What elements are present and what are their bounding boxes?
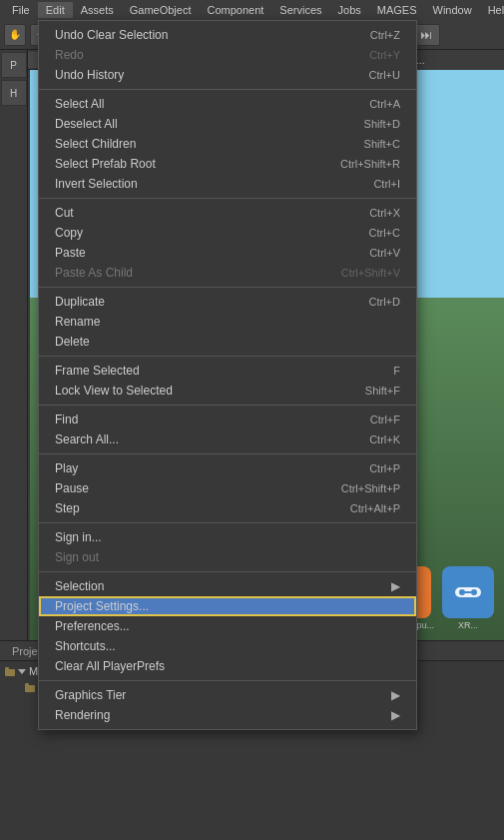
menu-mages[interactable]: MAGES	[369, 2, 425, 18]
menu-item-label: Selection	[55, 579, 383, 593]
menu-separator	[39, 522, 416, 523]
menu-item-undo-history[interactable]: Undo HistoryCtrl+U	[39, 65, 416, 85]
menu-item-label: Select Children	[55, 137, 344, 151]
menu-item-label: Clear All PlayerPrefs	[55, 659, 400, 673]
menu-item-label: Graphics Tier	[55, 688, 383, 702]
menu-item-deselect-all[interactable]: Deselect AllShift+D	[39, 114, 416, 134]
menu-item-label: Undo History	[55, 68, 349, 82]
menu-file[interactable]: File	[4, 2, 38, 18]
menu-item-preferences-[interactable]: Preferences...	[39, 616, 416, 636]
menu-item-step[interactable]: StepCtrl+Alt+P	[39, 498, 416, 518]
menu-item-shortcut: Ctrl+A	[369, 98, 400, 110]
menu-item-label: Preferences...	[55, 619, 400, 633]
menu-item-clear-all-playerprefs[interactable]: Clear All PlayerPrefs	[39, 656, 416, 676]
menu-item-shortcut: Ctrl+P	[369, 462, 400, 474]
menu-item-shortcut: Ctrl+Z	[370, 29, 400, 41]
menu-item-label: Deselect All	[55, 117, 344, 131]
menu-separator	[39, 680, 416, 681]
menu-help[interactable]: Help	[480, 2, 504, 18]
menu-separator	[39, 405, 416, 406]
menu-separator	[39, 453, 416, 454]
submenu-arrow-icon: ▶	[391, 688, 400, 702]
menu-item-paste[interactable]: PasteCtrl+V	[39, 243, 416, 263]
svg-rect-12	[5, 669, 15, 676]
menu-item-rename[interactable]: Rename	[39, 312, 416, 332]
menu-item-label: Delete	[55, 335, 400, 349]
menu-item-shortcut: Ctrl+C	[369, 227, 400, 239]
menu-gameobject[interactable]: GameObject	[122, 2, 200, 18]
menu-item-sign-out: Sign out	[39, 547, 416, 567]
menu-item-cut[interactable]: CutCtrl+X	[39, 203, 416, 223]
menu-item-select-prefab-root[interactable]: Select Prefab RootCtrl+Shift+R	[39, 154, 416, 174]
submenu-arrow-icon: ▶	[391, 579, 400, 593]
menu-item-label: Duplicate	[55, 295, 349, 309]
menu-item-project-settings-[interactable]: Project Settings...	[39, 596, 416, 616]
menu-component[interactable]: Component	[199, 2, 271, 18]
menu-item-shortcut: Shift+D	[364, 118, 400, 130]
menu-item-lock-view-to-selected[interactable]: Lock View to SelectedShift+F	[39, 381, 416, 401]
menu-item-shortcut: Ctrl+I	[373, 178, 400, 190]
menu-item-select-children[interactable]: Select ChildrenShift+C	[39, 134, 416, 154]
mages-xr-label: XR...	[458, 620, 478, 630]
svg-rect-14	[25, 685, 35, 692]
menu-edit[interactable]: Edit	[38, 2, 73, 18]
menu-item-label: Project Settings...	[55, 599, 400, 613]
sidebar-expand-btn[interactable]: P	[1, 52, 27, 78]
menu-item-undo-clear-selection[interactable]: Undo Clear SelectionCtrl+Z	[39, 25, 416, 45]
menu-window[interactable]: Window	[425, 2, 480, 18]
menu-jobs[interactable]: Jobs	[330, 2, 369, 18]
menu-item-label: Find	[55, 413, 350, 426]
menu-item-label: Select All	[55, 97, 349, 111]
svg-rect-11	[465, 591, 471, 593]
menu-item-pause[interactable]: PauseCtrl+Shift+P	[39, 478, 416, 498]
menu-item-label: Sign out	[55, 550, 400, 564]
menu-item-invert-selection[interactable]: Invert SelectionCtrl+I	[39, 174, 416, 194]
svg-point-10	[471, 589, 477, 595]
menu-item-duplicate[interactable]: DuplicateCtrl+D	[39, 292, 416, 312]
menu-item-sign-in-[interactable]: Sign in...	[39, 527, 416, 547]
menu-item-label: Paste	[55, 246, 349, 260]
folder-icon-mages	[4, 665, 16, 677]
menu-item-shortcut: Ctrl+Y	[369, 49, 400, 61]
menu-separator	[39, 571, 416, 572]
menu-item-shortcut: Ctrl+Alt+P	[350, 502, 400, 514]
menu-item-label: Pause	[55, 481, 321, 495]
menu-item-label: Invert Selection	[55, 177, 353, 191]
menu-item-label: Paste As Child	[55, 266, 321, 280]
menu-item-label: Select Prefab Root	[55, 157, 320, 171]
menu-item-label: Search All...	[55, 432, 349, 446]
menu-item-shortcuts-[interactable]: Shortcuts...	[39, 636, 416, 656]
menu-item-find[interactable]: FindCtrl+F	[39, 410, 416, 429]
menu-item-frame-selected[interactable]: Frame SelectedF	[39, 361, 416, 381]
mages-xr-icon-box[interactable]: XR...	[442, 566, 494, 630]
svg-rect-15	[25, 683, 29, 686]
menu-item-search-all-[interactable]: Search All...Ctrl+K	[39, 429, 416, 449]
sidebar-hierarchy-btn[interactable]: H	[1, 80, 27, 106]
svg-point-9	[459, 589, 465, 595]
menu-item-label: Rename	[55, 315, 400, 329]
menu-item-shortcut: F	[393, 365, 400, 377]
menu-item-copy[interactable]: CopyCtrl+C	[39, 223, 416, 243]
toolbar-hand-tool[interactable]: ✋	[4, 24, 26, 46]
menu-item-shortcut: Shift+F	[365, 385, 400, 397]
menu-item-label: Cut	[55, 206, 349, 220]
menu-item-graphics-tier[interactable]: Graphics Tier▶	[39, 685, 416, 705]
menu-item-shortcut: Ctrl+K	[369, 433, 400, 445]
menu-services[interactable]: Services	[271, 2, 329, 18]
menu-item-delete[interactable]: Delete	[39, 332, 416, 352]
menu-item-label: Frame Selected	[55, 364, 373, 378]
edit-dropdown-menu: Undo Clear SelectionCtrl+ZRedoCtrl+YUndo…	[38, 20, 417, 730]
menu-item-play[interactable]: PlayCtrl+P	[39, 458, 416, 478]
menu-item-shortcut: Ctrl+Shift+R	[340, 158, 400, 170]
menu-item-select-all[interactable]: Select AllCtrl+A	[39, 94, 416, 114]
svg-rect-13	[5, 667, 9, 670]
mages-xr-graphic	[442, 566, 494, 618]
menu-item-label: Copy	[55, 226, 349, 240]
menu-item-rendering[interactable]: Rendering▶	[39, 705, 416, 725]
menu-item-shortcut: Ctrl+V	[369, 247, 400, 259]
menu-separator	[39, 198, 416, 199]
menu-item-selection[interactable]: Selection▶	[39, 576, 416, 596]
menu-separator	[39, 287, 416, 288]
menu-assets[interactable]: Assets	[73, 2, 122, 18]
menu-item-shortcut: Ctrl+Shift+V	[341, 267, 400, 279]
